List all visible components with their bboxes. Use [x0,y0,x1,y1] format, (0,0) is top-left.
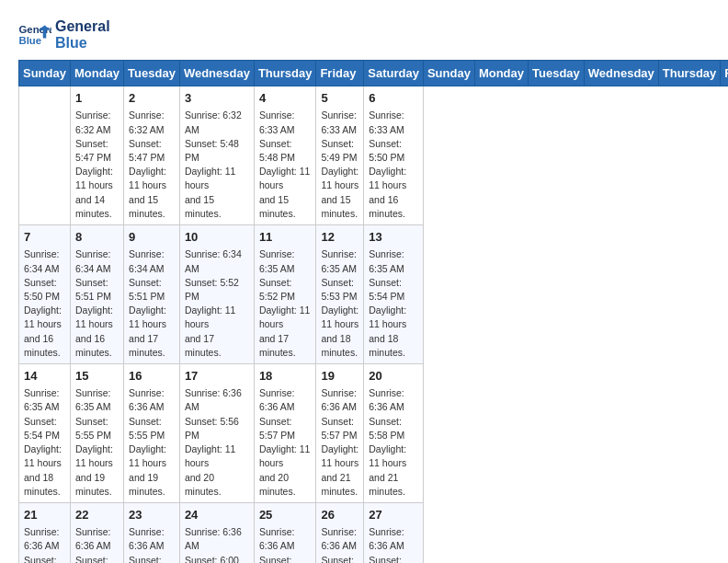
day-cell: 26Sunrise: 6:36 AMSunset: 6:01 PMDayligh… [316,503,364,564]
day-number: 19 [321,368,358,385]
header-sunday: Sunday [19,61,71,86]
page-header: General Blue General Blue [18,18,710,51]
day-info: Sunrise: 6:36 AMSunset: 6:00 PMDaylight:… [185,525,249,563]
day-number: 5 [321,90,358,107]
logo: General Blue General Blue [18,18,110,51]
day-info: Sunrise: 6:36 AMSunset: 5:58 PMDaylight:… [369,386,418,499]
day-cell: 21Sunrise: 6:36 AMSunset: 5:58 PMDayligh… [19,503,71,564]
day-cell: 11Sunrise: 6:35 AMSunset: 5:52 PMDayligh… [254,225,316,364]
day-info: Sunrise: 6:34 AMSunset: 5:51 PMDaylight:… [75,247,119,360]
day-cell: 18Sunrise: 6:36 AMSunset: 5:57 PMDayligh… [254,364,316,503]
logo-icon: General Blue [18,22,51,48]
day-cell: 17Sunrise: 6:36 AMSunset: 5:56 PMDayligh… [179,364,254,503]
col-header-sunday: Sunday [423,61,474,86]
col-header-monday: Monday [474,61,528,86]
day-number: 26 [321,507,358,523]
day-number: 1 [75,90,119,107]
day-number: 10 [185,229,249,246]
day-info: Sunrise: 6:34 AMSunset: 5:50 PMDaylight:… [24,247,65,360]
day-info: Sunrise: 6:33 AMSunset: 5:48 PMDaylight:… [259,109,312,221]
header-wednesday: Wednesday [179,61,254,86]
day-number: 27 [369,507,418,523]
day-number: 4 [259,90,312,107]
header-tuesday: Tuesday [124,61,180,86]
day-number: 7 [24,229,65,246]
day-info: Sunrise: 6:36 AMSunset: 6:00 PMDaylight:… [259,525,312,563]
day-number: 17 [185,368,249,385]
day-number: 2 [129,90,175,107]
day-cell [19,86,71,225]
day-cell: 8Sunrise: 6:34 AMSunset: 5:51 PMDaylight… [70,225,123,364]
day-info: Sunrise: 6:33 AMSunset: 5:49 PMDaylight:… [321,109,358,221]
day-cell: 13Sunrise: 6:35 AMSunset: 5:54 PMDayligh… [364,225,424,364]
day-info: Sunrise: 6:34 AMSunset: 5:51 PMDaylight:… [129,247,175,360]
day-number: 18 [259,368,312,385]
day-number: 23 [129,507,175,523]
week-row-2: 7Sunrise: 6:34 AMSunset: 5:50 PMDaylight… [19,225,729,364]
day-info: Sunrise: 6:32 AMSunset: 5:47 PMDaylight:… [75,109,119,221]
day-info: Sunrise: 6:32 AMSunset: 5:47 PMDaylight:… [129,109,175,221]
day-info: Sunrise: 6:36 AMSunset: 5:58 PMDaylight:… [24,525,65,563]
header-saturday: Saturday [364,61,424,86]
day-info: Sunrise: 6:35 AMSunset: 5:53 PMDaylight:… [321,247,358,360]
day-info: Sunrise: 6:36 AMSunset: 5:57 PMDaylight:… [259,386,312,499]
day-number: 15 [75,368,119,385]
day-cell: 3Sunrise: 6:32 AMSunset: 5:48 PMDaylight… [179,86,254,225]
col-header-thursday: Thursday [658,61,721,86]
day-info: Sunrise: 6:33 AMSunset: 5:50 PMDaylight:… [369,109,418,221]
day-cell: 14Sunrise: 6:35 AMSunset: 5:54 PMDayligh… [19,364,71,503]
day-cell: 22Sunrise: 6:36 AMSunset: 5:59 PMDayligh… [70,503,123,564]
day-info: Sunrise: 6:36 AMSunset: 5:55 PMDaylight:… [129,386,175,499]
day-number: 11 [259,229,312,246]
col-header-wednesday: Wednesday [584,61,658,86]
week-row-1: 1Sunrise: 6:32 AMSunset: 5:47 PMDaylight… [19,86,729,225]
day-cell: 16Sunrise: 6:36 AMSunset: 5:55 PMDayligh… [124,364,180,503]
header-thursday: Thursday [254,61,316,86]
day-info: Sunrise: 6:34 AMSunset: 5:52 PMDaylight:… [185,247,249,360]
day-number: 25 [259,507,312,523]
day-cell: 25Sunrise: 6:36 AMSunset: 6:00 PMDayligh… [254,503,316,564]
day-number: 14 [24,368,65,385]
day-number: 13 [369,229,418,246]
day-number: 6 [369,90,418,107]
day-cell: 19Sunrise: 6:36 AMSunset: 5:57 PMDayligh… [316,364,364,503]
day-info: Sunrise: 6:35 AMSunset: 5:54 PMDaylight:… [369,247,418,360]
day-number: 12 [321,229,358,246]
day-info: Sunrise: 6:36 AMSunset: 5:56 PMDaylight:… [185,386,249,499]
day-cell: 6Sunrise: 6:33 AMSunset: 5:50 PMDaylight… [364,86,424,225]
day-number: 21 [24,507,65,523]
day-info: Sunrise: 6:36 AMSunset: 6:01 PMDaylight:… [369,525,418,563]
calendar-table: SundayMondayTuesdayWednesdayThursdayFrid… [18,60,728,563]
day-info: Sunrise: 6:36 AMSunset: 5:59 PMDaylight:… [75,525,119,563]
day-cell: 2Sunrise: 6:32 AMSunset: 5:47 PMDaylight… [124,86,180,225]
day-number: 20 [369,368,418,385]
day-number: 16 [129,368,175,385]
week-row-3: 14Sunrise: 6:35 AMSunset: 5:54 PMDayligh… [19,364,729,503]
header-monday: Monday [70,61,123,86]
day-number: 22 [75,507,119,523]
day-number: 8 [75,229,119,246]
calendar-header-row: SundayMondayTuesdayWednesdayThursdayFrid… [19,61,729,86]
week-row-4: 21Sunrise: 6:36 AMSunset: 5:58 PMDayligh… [19,503,729,564]
day-cell: 4Sunrise: 6:33 AMSunset: 5:48 PMDaylight… [254,86,316,225]
day-number: 24 [185,507,249,523]
day-cell: 7Sunrise: 6:34 AMSunset: 5:50 PMDaylight… [19,225,71,364]
day-info: Sunrise: 6:35 AMSunset: 5:54 PMDaylight:… [24,386,65,499]
day-info: Sunrise: 6:36 AMSunset: 6:01 PMDaylight:… [321,525,358,563]
logo-text: General Blue [55,18,110,51]
day-cell: 10Sunrise: 6:34 AMSunset: 5:52 PMDayligh… [179,225,254,364]
col-header-friday: Friday [721,61,728,86]
day-cell: 24Sunrise: 6:36 AMSunset: 6:00 PMDayligh… [179,503,254,564]
svg-text:Blue: Blue [19,34,42,45]
header-friday: Friday [316,61,364,86]
day-cell: 23Sunrise: 6:36 AMSunset: 5:59 PMDayligh… [124,503,180,564]
day-info: Sunrise: 6:36 AMSunset: 5:59 PMDaylight:… [129,525,175,563]
day-info: Sunrise: 6:32 AMSunset: 5:48 PMDaylight:… [185,109,249,221]
day-cell: 15Sunrise: 6:35 AMSunset: 5:55 PMDayligh… [70,364,123,503]
day-info: Sunrise: 6:35 AMSunset: 5:55 PMDaylight:… [75,386,119,499]
day-cell: 9Sunrise: 6:34 AMSunset: 5:51 PMDaylight… [124,225,180,364]
day-cell: 5Sunrise: 6:33 AMSunset: 5:49 PMDaylight… [316,86,364,225]
day-info: Sunrise: 6:35 AMSunset: 5:52 PMDaylight:… [259,247,312,360]
day-number: 3 [185,90,249,107]
day-cell: 27Sunrise: 6:36 AMSunset: 6:01 PMDayligh… [364,503,424,564]
